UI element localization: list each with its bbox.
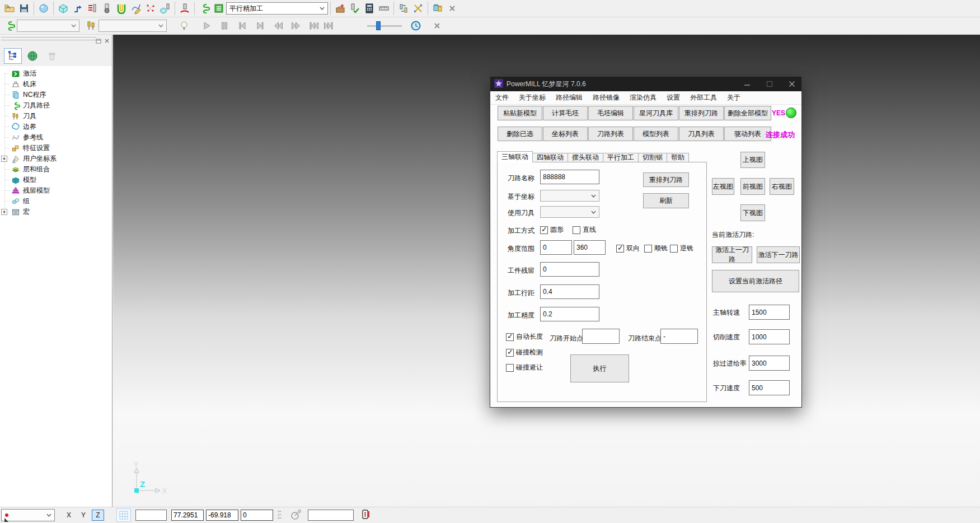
close-toolbar-icon[interactable] [445,1,459,16]
end-point-input[interactable] [660,329,698,344]
use-tool-combobox[interactable] [540,206,599,218]
view-front-button[interactable]: 前视图 [740,178,765,195]
tool-verify-icon[interactable] [348,1,362,16]
probe-icon[interactable] [290,509,302,522]
refresh-button[interactable]: 刷新 [643,193,689,208]
cutting-speed-input[interactable] [749,329,790,344]
collision-avoid-checkbox[interactable]: 碰撞避让 [506,363,543,372]
collision-check-checkbox[interactable]: 碰撞检测 [506,348,543,357]
tab-saw[interactable]: 切割锯 [638,153,667,162]
skim-feed-input[interactable] [749,356,790,371]
tree-item-activate[interactable]: 激活 [0,68,112,79]
paste-model-button[interactable]: 粘贴新模型 [498,106,542,120]
snap-field[interactable] [135,510,167,521]
pause-icon[interactable] [217,18,232,33]
model-list-button[interactable]: 模型列表 [634,127,678,141]
pattern-editor-icon[interactable] [129,1,143,16]
tree-item-feature-sets[interactable]: 特征设置 [0,143,112,153]
activate-prev-button[interactable]: 激活上一刀路 [712,246,752,263]
tab-parallel[interactable]: 平行加工 [603,153,639,162]
angle-from-input[interactable] [540,240,572,255]
search-back-icon[interactable] [271,18,285,33]
save-icon[interactable] [17,1,31,16]
toolpath-name-input[interactable] [540,170,599,184]
tree-item-toolpaths[interactable]: 刀具路径 [0,100,112,111]
calculator-icon[interactable] [362,1,377,16]
mode-line-checkbox[interactable]: 直线 [573,225,596,235]
calculator-toggle-icon[interactable] [362,509,371,522]
reorder-toolpath-button[interactable]: 重排列刀路 [679,106,724,120]
graphics-viewport[interactable]: Y X Z PowerMILL 忆梦星河 7.0.6 文件 关于坐标 路径编辑 … [113,35,980,507]
strategy-combobox[interactable]: 平行精加工 [226,2,328,15]
checkbox-icon[interactable] [506,333,514,341]
menu-render-sim[interactable]: 渲染仿真 [625,93,662,102]
tree-item-workplanes[interactable]: 用户坐标系 [0,153,112,164]
tree-item-groups[interactable]: 组 [0,196,112,207]
tree-item-patterns[interactable]: 参考线 [0,132,112,143]
delete-all-models-button[interactable]: 删除全部模型 [724,106,771,120]
coord-list-button[interactable]: 坐标列表 [543,127,588,141]
coord-x-field[interactable] [171,510,204,521]
view-bottom-button[interactable]: 下视图 [740,204,765,221]
feed-rates-icon[interactable] [85,1,100,16]
close-toolbar-icon[interactable] [430,18,444,33]
checkbox-icon[interactable] [644,245,652,253]
block-tool-icon[interactable] [158,1,172,16]
tolerance-input[interactable] [540,307,599,321]
create-block-icon[interactable] [56,1,71,16]
base-coord-combobox[interactable] [540,190,599,202]
tree-item-levels[interactable]: 层和组合 [0,164,112,175]
tree-item-models[interactable]: 模型 [0,175,112,185]
clock-icon[interactable] [409,18,423,33]
go-start-icon[interactable] [307,18,321,33]
drive-list-button[interactable]: 驱动列表 [724,127,771,141]
start-point-input[interactable] [582,329,620,344]
view-right-button[interactable]: 右视图 [770,178,794,195]
plunge-feed-input[interactable] [749,380,790,395]
tree-item-stock-models[interactable]: 残留模型 [0,185,112,196]
coord-z-field[interactable] [241,510,273,521]
spindle-speed-input[interactable] [749,305,790,320]
tab-swivel[interactable]: 摆头联动 [568,153,603,162]
world-tab[interactable] [24,48,41,64]
go-end-icon[interactable] [321,18,336,33]
rapid-moves-icon[interactable] [71,1,85,16]
axis-x-button[interactable]: X [63,510,75,521]
lightbulb-icon[interactable] [177,18,191,33]
minimize-button[interactable] [738,77,757,91]
tool-library-icon[interactable] [333,1,348,16]
menu-file[interactable]: 文件 [490,93,514,102]
tool-ball-icon[interactable] [100,1,114,16]
coord-y-field[interactable] [206,510,238,521]
workplane-combobox[interactable] [1,509,55,521]
step-back-icon[interactable] [235,18,250,33]
set-active-path-button[interactable]: 设置当前激活路径 [712,270,799,292]
tab-help[interactable]: 帮助 [667,153,689,162]
stepover-input[interactable] [540,284,599,299]
dir-conventional-checkbox[interactable]: 逆铣 [670,244,693,253]
play-icon[interactable] [199,18,214,33]
exchange-axes-icon[interactable] [411,1,425,16]
boundary-channel-icon[interactable] [114,1,129,16]
maximize-button[interactable] [760,77,779,91]
checkbox-icon[interactable] [670,245,678,253]
dir-climb-checkbox[interactable]: 顺铣 [644,244,668,253]
tool-pair-icon[interactable] [430,1,445,16]
tree-item-macros[interactable]: 宏 [0,207,112,217]
checkbox-icon[interactable] [540,226,548,234]
tree-item-tools[interactable]: 刀具 [0,111,112,122]
float-panel-icon[interactable] [96,38,101,45]
menu-coords[interactable]: 关于坐标 [514,93,551,102]
toolpath-icon[interactable] [197,1,212,16]
sim-toolpath-combobox[interactable] [17,20,79,32]
angle-to-input[interactable] [574,240,606,255]
slider-handle[interactable] [376,21,381,30]
view-top-button[interactable]: 上视图 [740,152,765,168]
edit-stock-button[interactable]: 毛坯编辑 [588,106,633,120]
toolpath-list-button[interactable]: 刀路列表 [588,127,633,141]
menu-settings[interactable]: 设置 [662,93,685,102]
tool-library-button[interactable]: 星河刀具库 [634,106,678,120]
axis-y-button[interactable]: Y [77,510,90,521]
print-icon[interactable] [36,1,51,16]
checkbox-icon[interactable] [506,349,514,357]
